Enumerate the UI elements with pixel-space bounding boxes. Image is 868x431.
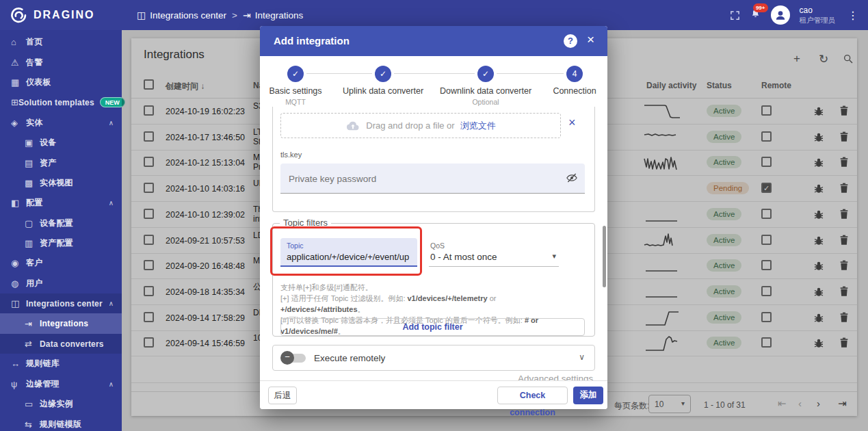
help-line: [+] 适用于任何 Topic 过滤级别。例如: v1/devices/+/te… [280, 293, 581, 315]
step-connector [306, 73, 372, 74]
clear-file-button[interactable]: × [568, 116, 576, 130]
step-3-indicator[interactable]: ✓ [477, 66, 494, 82]
sidebar-item-用户[interactable]: ◍用户 [0, 274, 122, 293]
user-role: 租户管理员 [800, 16, 836, 24]
sidebar-item-仪表板[interactable]: ▦仪表板 [0, 73, 122, 92]
sidebar-item-首页[interactable]: ⌂首页 [0, 32, 122, 52]
sidebar-item-设备配置[interactable]: ▢设备配置 [0, 213, 122, 233]
sidebar-item-规则链模版[interactable]: ⇆规则链模版 [0, 414, 122, 431]
sidebar-item-label: 边缘实例 [40, 398, 73, 410]
execute-remotely-label: Execute remotely [314, 353, 385, 363]
step-4-indicator[interactable]: 4 [566, 66, 583, 82]
dialog-title: Add integration [274, 35, 350, 47]
sidebar-item-规则链库[interactable]: ↔规则链库 [0, 354, 122, 374]
home-icon: ⌂ [11, 37, 26, 47]
rule-chain-templates-icon: ⇆ [25, 419, 40, 430]
help-line: 支持单[+]和多级[#]通配符。 [280, 282, 581, 293]
sidebar-item-solution-templates[interactable]: ⊞Solution templatesNEW [0, 92, 122, 112]
notifications-button[interactable]: 99+ [750, 8, 761, 23]
sidebar-item-label: 设备 [40, 137, 56, 148]
solution-templates-icon: ⊞ [11, 97, 18, 107]
device-profiles-icon: ▢ [25, 218, 40, 228]
execute-remotely-toggle[interactable]: − [282, 354, 306, 363]
avatar[interactable] [771, 5, 790, 25]
fullscreen-icon [730, 10, 740, 21]
user-icon [774, 8, 787, 22]
sidebar-item-label: 客户 [26, 257, 42, 269]
data-converters-icon: ⇄ [25, 339, 40, 349]
sidebar-item-label: Integrations center [26, 299, 103, 309]
qos-label: QoS [430, 241, 445, 250]
step-3-label: Downlink data converter [440, 86, 531, 96]
sidebar-item-label: 告警 [26, 57, 42, 68]
step-1-label: Basic settings [269, 86, 321, 96]
integrations-center-icon: ◫ [11, 298, 26, 309]
step-2-indicator[interactable]: ✓ [375, 66, 391, 82]
sidebar-item-配置[interactable]: ◧配置∧ [0, 193, 122, 213]
sidebar-item-边缘管理[interactable]: ψ边缘管理∧ [0, 374, 122, 394]
modal-scrollbar[interactable] [603, 226, 606, 287]
topic-filters-legend: Topic filters [280, 218, 331, 228]
more-menu-button[interactable]: ⋮ [845, 9, 861, 22]
breadcrumb-integrations-center[interactable]: ◫ Integrations center [137, 10, 226, 21]
step-3-sublabel: Optional [472, 98, 499, 106]
sidebar-item-label: Integrations [40, 319, 88, 328]
browse-file-link[interactable]: 浏览文件 [460, 120, 496, 132]
chevron-down-icon[interactable]: ∨ [579, 352, 585, 362]
collapse-icon[interactable]: ∧ [109, 380, 114, 388]
check-connection-button[interactable]: Check connection [497, 387, 568, 404]
dropzone-text: Drag and drop a file or [366, 120, 454, 131]
collapse-icon[interactable]: ∧ [109, 300, 114, 307]
alarms-icon: ⚠ [11, 57, 26, 68]
back-button[interactable]: 后退 [268, 387, 297, 404]
dropdown-icon: ▾ [552, 252, 556, 261]
topic-input[interactable]: Topic application/+/device/+/event/up [280, 238, 417, 267]
sidebar-item-实体视图[interactable]: ▩实体视图 [0, 173, 122, 193]
step-connector [497, 73, 564, 74]
user-info[interactable]: cao 租户管理员 [800, 6, 836, 24]
execute-remotely-section: − Execute remotely ∨ [272, 345, 595, 371]
sidebar-item-告警[interactable]: ⚠告警 [0, 52, 122, 72]
close-button[interactable]: × [587, 32, 594, 47]
dragino-logo: DRAGINO [10, 0, 95, 30]
asset-profiles-icon: ▥ [25, 238, 40, 248]
sidebar-item-label: 首页 [26, 36, 42, 48]
sidebar-item-label: 用户 [26, 278, 42, 289]
assets-icon: ▤ [25, 158, 40, 168]
sidebar-item-设备[interactable]: ▣设备 [0, 133, 122, 153]
devices-icon: ▣ [25, 138, 40, 148]
collapse-icon[interactable]: ∧ [109, 119, 114, 127]
private-key-password-field[interactable]: Private key password [280, 164, 585, 194]
dialog-header: Add integration ? × [260, 26, 607, 56]
sidebar-item-data-converters[interactable]: ⇄Data converters [0, 334, 122, 354]
sidebar-item-实体[interactable]: ◈实体∧ [0, 113, 122, 133]
sidebar-item-label: 资产 [40, 157, 56, 169]
file-dropzone[interactable]: Drag and drop a file or 浏览文件 [280, 113, 561, 138]
add-integration-dialog: Add integration ? × ✓Basic settingsMQTT✓… [260, 26, 607, 409]
eye-off-icon [566, 172, 578, 184]
sidebar-item-资产[interactable]: ▤资产 [0, 153, 122, 172]
breadcrumb-integrations[interactable]: ⇥ Integrations [243, 10, 303, 21]
sidebar-item-integrations-center[interactable]: ◫Integrations center∧ [0, 293, 122, 313]
password-placeholder: Private key password [289, 174, 376, 184]
sidebar-item-资产配置[interactable]: ▥资产配置 [0, 233, 122, 253]
collapse-icon[interactable]: ∧ [109, 199, 114, 207]
edge-instances-icon: ▭ [25, 399, 40, 409]
add-button[interactable]: 添加 [573, 387, 603, 404]
step-1-sublabel: MQTT [285, 98, 306, 106]
sidebar-item-label: 规则链库 [26, 358, 60, 369]
user-name: cao [800, 6, 836, 16]
fullscreen-button[interactable] [730, 10, 740, 21]
sidebar-item-label: 配置 [26, 197, 42, 209]
sidebar-item-客户[interactable]: ◉客户 [0, 253, 122, 273]
step-1-indicator[interactable]: ✓ [287, 66, 304, 82]
upload-cloud-icon [345, 120, 360, 131]
add-topic-filter-button[interactable]: Add topic filter [280, 318, 585, 336]
sidebar-item-边缘实例[interactable]: ▭边缘实例 [0, 394, 122, 414]
entities-icon: ◈ [11, 118, 26, 128]
qos-select[interactable]: QoS 0 - At most once ▾ [429, 238, 559, 267]
help-button[interactable]: ? [564, 34, 577, 48]
rule-chains-icon: ↔ [11, 358, 26, 369]
sidebar-item-integrations[interactable]: ⇥Integrations [0, 313, 122, 333]
toggle-password-visibility-button[interactable] [566, 172, 578, 187]
